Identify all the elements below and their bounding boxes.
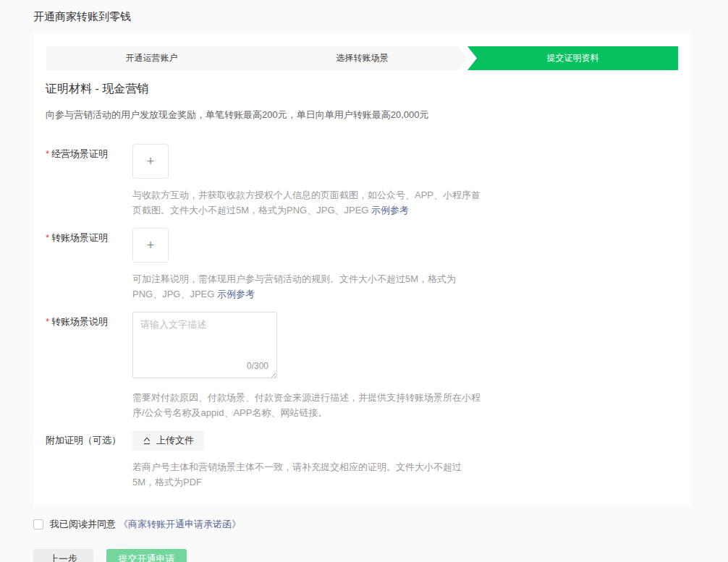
- transfer-proof-helper: 可加注释说明，需体现用户参与营销活动的规则。文件大小不超过5M，格式为PNG、J…: [132, 271, 484, 302]
- transfer-proof-label: *转账场景证明: [46, 228, 132, 302]
- section-description: 向参与营销活动的用户发放现金奖励，单笔转账最高200元，单日向单用户转账最高20…: [46, 108, 679, 122]
- row-business-scene: *经营场景证明 + 与收款方互动，并获取收款方授权个人信息的页面截图，如公众号、…: [46, 144, 679, 218]
- business-scene-label: *经营场景证明: [46, 144, 132, 218]
- row-transfer-desc: *转账场景说明 0/300 需要对付款原因、付款场景、付款资金来源进行描述，并提…: [46, 312, 679, 420]
- business-scene-helper: 与收款方互动，并获取收款方授权个人信息的页面截图，如公众号、APP、小程序首页截…: [132, 187, 484, 218]
- section-title: 证明材料 - 现金营销: [46, 81, 679, 97]
- transfer-desc-helper: 需要对付款原因、付款场景、付款资金来源进行描述，并提供支持转账场景所在小程序/公…: [132, 390, 484, 420]
- business-scene-example-link[interactable]: 示例参考: [371, 205, 409, 216]
- agreement-row: 我已阅读并同意 《商家转账开通申请承诺函》: [33, 518, 728, 531]
- step-submit-proof: 提交证明资料: [467, 46, 678, 70]
- row-extra-proof: 附加证明（可选） 上传文件 若商户号主体和营销场景主体不一致，请补充提交相应的证…: [46, 430, 679, 490]
- required-asterisk: *: [46, 316, 49, 327]
- upload-icon: [143, 436, 151, 445]
- required-asterisk: *: [46, 148, 49, 159]
- business-scene-upload[interactable]: +: [132, 144, 169, 179]
- step-open-account: 开通运营账户: [46, 46, 257, 70]
- agreement-text: 我已阅读并同意: [50, 518, 116, 531]
- action-bar: 上一步 提交开通申请: [33, 549, 728, 562]
- transfer-desc-label: *转账场景说明: [46, 312, 132, 420]
- extra-proof-label: 附加证明（可选）: [46, 430, 132, 490]
- row-transfer-proof: *转账场景证明 + 可加注释说明，需体现用户参与营销活动的规则。文件大小不超过5…: [46, 228, 679, 302]
- plus-icon: +: [147, 238, 155, 253]
- plus-icon: +: [147, 154, 155, 169]
- extra-proof-helper: 若商户号主体和营销场景主体不一致，请补充提交相应的证明。文件大小不超过5M，格式…: [132, 459, 484, 490]
- char-counter: 0/300: [247, 361, 268, 371]
- step-bar: 开通运营账户 选择转账场景 提交证明资料: [46, 46, 678, 70]
- upload-file-button[interactable]: 上传文件: [132, 430, 204, 451]
- page-title: 开通商家转账到零钱: [33, 9, 728, 25]
- main-card: 开通运营账户 选择转账场景 提交证明资料 证明材料 - 现金营销 向参与营销活动…: [33, 33, 691, 506]
- agreement-link[interactable]: 《商家转账开通申请承诺函》: [119, 518, 241, 531]
- agreement-checkbox[interactable]: [33, 519, 43, 529]
- transfer-proof-upload[interactable]: +: [132, 228, 169, 263]
- prev-step-button[interactable]: 上一步: [33, 549, 93, 562]
- required-asterisk: *: [46, 232, 49, 243]
- step-choose-scene: 选择转账场景: [257, 46, 467, 70]
- transfer-proof-example-link[interactable]: 示例参考: [217, 289, 255, 299]
- submit-application-button[interactable]: 提交开通申请: [106, 549, 187, 562]
